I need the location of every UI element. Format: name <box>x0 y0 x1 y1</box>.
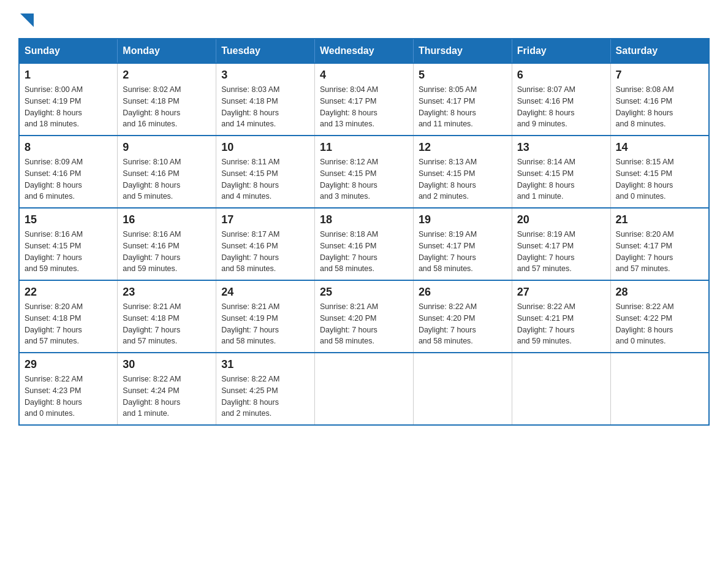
day-info: Sunrise: 8:16 AMSunset: 4:16 PMDaylight:… <box>123 229 211 275</box>
calendar-day-18: 18Sunrise: 8:18 AMSunset: 4:16 PMDayligh… <box>315 208 414 280</box>
calendar-empty-cell <box>512 353 610 425</box>
day-info: Sunrise: 8:12 AMSunset: 4:15 PMDaylight:… <box>320 156 408 202</box>
day-number: 18 <box>320 213 408 226</box>
calendar-day-23: 23Sunrise: 8:21 AMSunset: 4:18 PMDayligh… <box>118 280 216 353</box>
day-info: Sunrise: 8:21 AMSunset: 4:19 PMDaylight:… <box>221 301 309 347</box>
calendar-day-26: 26Sunrise: 8:22 AMSunset: 4:20 PMDayligh… <box>413 280 512 353</box>
calendar-week-row: 22Sunrise: 8:20 AMSunset: 4:18 PMDayligh… <box>19 280 709 353</box>
day-number: 29 <box>25 358 112 371</box>
calendar-day-13: 13Sunrise: 8:14 AMSunset: 4:15 PMDayligh… <box>512 136 610 208</box>
day-number: 15 <box>25 213 112 226</box>
calendar-day-19: 19Sunrise: 8:19 AMSunset: 4:17 PMDayligh… <box>413 208 512 280</box>
day-info: Sunrise: 8:13 AMSunset: 4:15 PMDaylight:… <box>419 156 507 202</box>
calendar-day-8: 8Sunrise: 8:09 AMSunset: 4:16 PMDaylight… <box>19 136 118 208</box>
calendar-day-21: 21Sunrise: 8:20 AMSunset: 4:17 PMDayligh… <box>610 208 709 280</box>
header-tuesday: Tuesday <box>216 39 315 63</box>
calendar-week-row: 29Sunrise: 8:22 AMSunset: 4:23 PMDayligh… <box>19 353 709 425</box>
day-info: Sunrise: 8:22 AMSunset: 4:23 PMDaylight:… <box>25 373 112 419</box>
header-friday: Friday <box>512 39 610 63</box>
calendar-day-14: 14Sunrise: 8:15 AMSunset: 4:15 PMDayligh… <box>610 136 709 208</box>
svg-marker-0 <box>20 13 34 27</box>
day-number: 23 <box>123 286 211 299</box>
calendar-week-row: 8Sunrise: 8:09 AMSunset: 4:16 PMDaylight… <box>19 136 709 208</box>
day-number: 10 <box>221 141 309 154</box>
day-info: Sunrise: 8:20 AMSunset: 4:18 PMDaylight:… <box>25 301 112 347</box>
calendar-day-7: 7Sunrise: 8:08 AMSunset: 4:16 PMDaylight… <box>610 63 709 136</box>
calendar-day-24: 24Sunrise: 8:21 AMSunset: 4:19 PMDayligh… <box>216 280 315 353</box>
day-number: 9 <box>123 141 211 154</box>
calendar-day-4: 4Sunrise: 8:04 AMSunset: 4:17 PMDaylight… <box>315 63 414 136</box>
calendar-day-29: 29Sunrise: 8:22 AMSunset: 4:23 PMDayligh… <box>19 353 118 425</box>
day-number: 16 <box>123 213 211 226</box>
calendar-day-12: 12Sunrise: 8:13 AMSunset: 4:15 PMDayligh… <box>413 136 512 208</box>
calendar-day-1: 1Sunrise: 8:00 AMSunset: 4:19 PMDaylight… <box>19 63 118 136</box>
calendar-empty-cell <box>315 353 414 425</box>
day-number: 19 <box>419 213 507 226</box>
day-info: Sunrise: 8:22 AMSunset: 4:24 PMDaylight:… <box>123 373 211 419</box>
day-info: Sunrise: 8:15 AMSunset: 4:15 PMDaylight:… <box>616 156 703 202</box>
day-number: 6 <box>517 69 605 82</box>
header-monday: Monday <box>118 39 216 63</box>
day-number: 11 <box>320 141 408 154</box>
day-info: Sunrise: 8:02 AMSunset: 4:18 PMDaylight:… <box>123 84 211 130</box>
day-number: 26 <box>419 286 507 299</box>
calendar-empty-cell <box>610 353 709 425</box>
day-number: 14 <box>616 141 703 154</box>
day-info: Sunrise: 8:08 AMSunset: 4:16 PMDaylight:… <box>616 84 703 130</box>
day-number: 12 <box>419 141 507 154</box>
calendar-day-3: 3Sunrise: 8:03 AMSunset: 4:18 PMDaylight… <box>216 63 315 136</box>
page-header <box>18 12 710 26</box>
day-info: Sunrise: 8:03 AMSunset: 4:18 PMDaylight:… <box>221 84 309 130</box>
day-number: 8 <box>25 141 112 154</box>
day-number: 1 <box>25 69 112 82</box>
day-info: Sunrise: 8:19 AMSunset: 4:17 PMDaylight:… <box>419 229 507 275</box>
day-info: Sunrise: 8:09 AMSunset: 4:16 PMDaylight:… <box>25 156 112 202</box>
day-info: Sunrise: 8:17 AMSunset: 4:16 PMDaylight:… <box>221 229 309 275</box>
day-info: Sunrise: 8:16 AMSunset: 4:15 PMDaylight:… <box>25 229 112 275</box>
day-info: Sunrise: 8:22 AMSunset: 4:22 PMDaylight:… <box>616 301 703 347</box>
day-number: 17 <box>221 213 309 226</box>
header-thursday: Thursday <box>413 39 512 63</box>
day-info: Sunrise: 8:18 AMSunset: 4:16 PMDaylight:… <box>320 229 408 275</box>
calendar-header-row: SundayMondayTuesdayWednesdayThursdayFrid… <box>19 39 709 63</box>
day-number: 2 <box>123 69 211 82</box>
day-number: 3 <box>221 69 309 82</box>
calendar-day-31: 31Sunrise: 8:22 AMSunset: 4:25 PMDayligh… <box>216 353 315 425</box>
calendar-day-5: 5Sunrise: 8:05 AMSunset: 4:17 PMDaylight… <box>413 63 512 136</box>
day-info: Sunrise: 8:22 AMSunset: 4:25 PMDaylight:… <box>221 373 309 419</box>
day-number: 28 <box>616 286 703 299</box>
day-info: Sunrise: 8:10 AMSunset: 4:16 PMDaylight:… <box>123 156 211 202</box>
calendar-empty-cell <box>413 353 512 425</box>
calendar-day-20: 20Sunrise: 8:19 AMSunset: 4:17 PMDayligh… <box>512 208 610 280</box>
calendar-day-30: 30Sunrise: 8:22 AMSunset: 4:24 PMDayligh… <box>118 353 216 425</box>
day-info: Sunrise: 8:21 AMSunset: 4:18 PMDaylight:… <box>123 301 211 347</box>
calendar-day-28: 28Sunrise: 8:22 AMSunset: 4:22 PMDayligh… <box>610 280 709 353</box>
calendar-day-17: 17Sunrise: 8:17 AMSunset: 4:16 PMDayligh… <box>216 208 315 280</box>
day-info: Sunrise: 8:22 AMSunset: 4:20 PMDaylight:… <box>419 301 507 347</box>
calendar-day-10: 10Sunrise: 8:11 AMSunset: 4:15 PMDayligh… <box>216 136 315 208</box>
day-number: 31 <box>221 358 309 371</box>
calendar-day-11: 11Sunrise: 8:12 AMSunset: 4:15 PMDayligh… <box>315 136 414 208</box>
header-wednesday: Wednesday <box>315 39 414 63</box>
calendar-day-25: 25Sunrise: 8:21 AMSunset: 4:20 PMDayligh… <box>315 280 414 353</box>
calendar-day-15: 15Sunrise: 8:16 AMSunset: 4:15 PMDayligh… <box>19 208 118 280</box>
day-number: 22 <box>25 286 112 299</box>
calendar-day-2: 2Sunrise: 8:02 AMSunset: 4:18 PMDaylight… <box>118 63 216 136</box>
day-number: 30 <box>123 358 211 371</box>
calendar-day-9: 9Sunrise: 8:10 AMSunset: 4:16 PMDaylight… <box>118 136 216 208</box>
day-number: 25 <box>320 286 408 299</box>
calendar-day-16: 16Sunrise: 8:16 AMSunset: 4:16 PMDayligh… <box>118 208 216 280</box>
day-info: Sunrise: 8:20 AMSunset: 4:17 PMDaylight:… <box>616 229 703 275</box>
calendar-week-row: 15Sunrise: 8:16 AMSunset: 4:15 PMDayligh… <box>19 208 709 280</box>
day-info: Sunrise: 8:05 AMSunset: 4:17 PMDaylight:… <box>419 84 507 130</box>
calendar-day-6: 6Sunrise: 8:07 AMSunset: 4:16 PMDaylight… <box>512 63 610 136</box>
day-info: Sunrise: 8:14 AMSunset: 4:15 PMDaylight:… <box>517 156 605 202</box>
calendar-table: SundayMondayTuesdayWednesdayThursdayFrid… <box>18 38 710 426</box>
day-info: Sunrise: 8:19 AMSunset: 4:17 PMDaylight:… <box>517 229 605 275</box>
calendar-week-row: 1Sunrise: 8:00 AMSunset: 4:19 PMDaylight… <box>19 63 709 136</box>
day-info: Sunrise: 8:21 AMSunset: 4:20 PMDaylight:… <box>320 301 408 347</box>
day-info: Sunrise: 8:11 AMSunset: 4:15 PMDaylight:… <box>221 156 309 202</box>
logo-triangle-icon <box>20 13 34 27</box>
calendar-day-27: 27Sunrise: 8:22 AMSunset: 4:21 PMDayligh… <box>512 280 610 353</box>
day-info: Sunrise: 8:00 AMSunset: 4:19 PMDaylight:… <box>25 84 112 130</box>
